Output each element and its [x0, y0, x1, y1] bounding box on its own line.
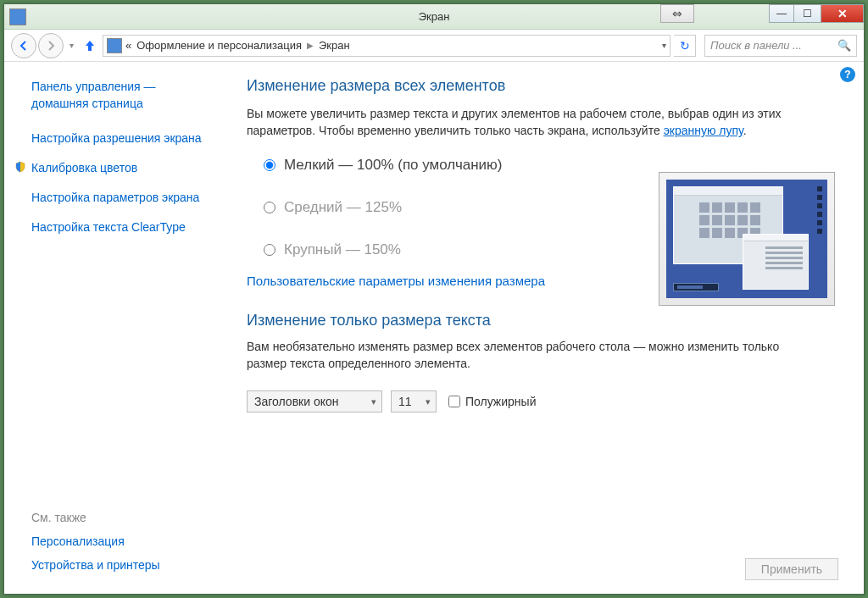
control-panel-icon: [107, 38, 122, 53]
apply-button[interactable]: Применить: [745, 558, 838, 580]
heading-resize-all: Изменение размера всех элементов: [247, 77, 838, 95]
sidebar-link-cleartype[interactable]: Настройка текста ClearType: [31, 219, 214, 235]
shield-icon: [14, 161, 26, 173]
see-also-personalization[interactable]: Персонализация: [31, 534, 160, 548]
up-button[interactable]: [81, 36, 99, 55]
help-button[interactable]: ?: [840, 67, 855, 82]
back-button[interactable]: [11, 33, 36, 58]
navbar: ▾ « Оформление и персонализация ▶ Экран …: [4, 30, 864, 62]
system-icon: [9, 8, 26, 25]
history-dropdown[interactable]: ▾: [65, 34, 77, 58]
maximize-button[interactable]: ☐: [794, 4, 821, 23]
tablet-button[interactable]: ⇔: [660, 4, 694, 23]
radio-medium-input[interactable]: [264, 202, 275, 213]
close-button[interactable]: ✕: [821, 4, 864, 23]
size-select[interactable]: 11: [391, 390, 437, 413]
forward-button[interactable]: [38, 33, 64, 58]
text-size-controls: Заголовки окон 11 Полужирный: [247, 390, 838, 413]
breadcrumb-item[interactable]: Экран: [319, 39, 350, 52]
arrow-up-icon: [82, 38, 97, 53]
sidebar-link-resolution[interactable]: Настройка разрешения экрана: [31, 130, 214, 147]
refresh-button[interactable]: ↻: [674, 35, 696, 57]
element-select[interactable]: Заголовки окон: [247, 390, 382, 413]
see-also-header: См. также: [31, 511, 160, 524]
arrow-left-icon: [17, 39, 31, 53]
search-input[interactable]: Поиск в панели ... 🔍: [704, 35, 857, 57]
address-bar[interactable]: « Оформление и персонализация ▶ Экран ▾: [103, 35, 670, 57]
body: Панель управления — домашняя страница На…: [4, 62, 864, 594]
see-also: См. также Персонализация Устройства и пр…: [31, 511, 160, 582]
radio-small-input[interactable]: [264, 159, 275, 171]
description-text-only: Вам необязательно изменять размер всех э…: [247, 338, 806, 373]
search-icon: 🔍: [837, 39, 851, 52]
description: Вы можете увеличить размер текста и друг…: [247, 105, 823, 140]
window-buttons: — ☐ ✕: [769, 4, 864, 23]
breadcrumb-item[interactable]: Оформление и персонализация: [136, 39, 302, 52]
breadcrumb-prefix: «: [125, 39, 131, 52]
preview-image: [659, 172, 835, 306]
chevron-down-icon[interactable]: ▾: [662, 41, 666, 50]
control-panel-home-link[interactable]: Панель управления — домашняя страница: [31, 79, 214, 112]
bold-checkbox-input[interactable]: [448, 396, 460, 407]
minimize-button[interactable]: —: [769, 4, 794, 23]
sidebar-link-color-calibration[interactable]: Калибровка цветов: [31, 160, 214, 176]
radio-small[interactable]: Мелкий — 100% (по умолчанию): [264, 157, 838, 174]
arrow-right-icon: [44, 39, 58, 53]
window-title: Экран: [419, 10, 450, 23]
chevron-right-icon[interactable]: ▶: [307, 41, 314, 50]
heading-text-only: Изменение только размера текста: [247, 312, 838, 329]
sidebar: Панель управления — домашняя страница На…: [4, 62, 233, 594]
main-content: ? Изменение размера всех элементов Вы мо…: [233, 62, 864, 594]
titlebar: Экран ⇔ — ☐ ✕: [4, 4, 864, 30]
see-also-devices[interactable]: Устройства и принтеры: [31, 558, 160, 572]
sidebar-link-display-settings[interactable]: Настройка параметров экрана: [31, 190, 214, 206]
magnifier-link[interactable]: экранную лупу: [664, 124, 743, 137]
radio-large-input[interactable]: [264, 244, 275, 256]
window: Экран ⇔ — ☐ ✕ ▾ « Оформление и персонали…: [3, 3, 865, 595]
bold-checkbox[interactable]: Полужирный: [448, 395, 536, 408]
search-placeholder: Поиск в панели ...: [710, 39, 802, 52]
